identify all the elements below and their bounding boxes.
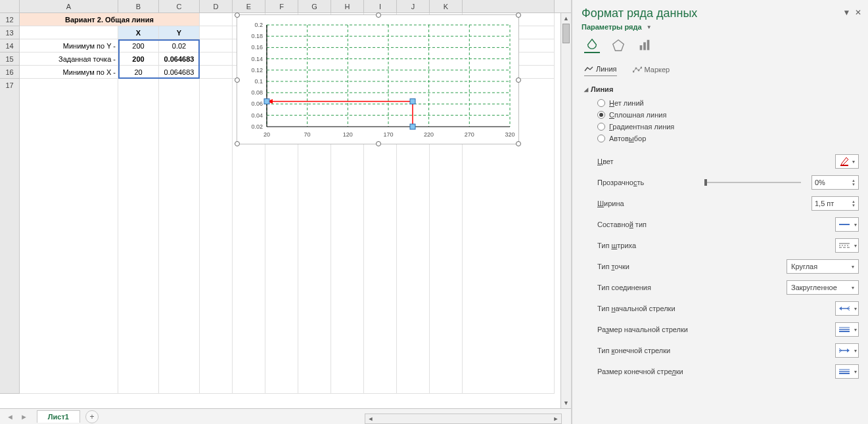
scroll-down-icon[interactable]: ▼ [561,398,571,408]
prop-join: Тип соединения Закругленное▾ [582,277,859,298]
end-arrow-type-button[interactable]: ▾ [835,343,859,358]
col-header-I[interactable]: I [364,0,397,12]
scroll-up-icon[interactable]: ▲ [561,13,571,24]
compound-type-button[interactable]: ▾ [835,217,859,232]
end-arrow-size-button[interactable]: ▾ [835,364,859,379]
next-sheet-icon[interactable]: ► [18,412,30,422]
cell[interactable] [200,79,233,394]
col-header-H[interactable]: H [331,0,364,12]
val-min-x-x[interactable]: 20 [118,66,159,79]
horizontal-scrollbar[interactable]: ◄ ► [365,413,562,424]
y-tick: 0.16 [251,44,263,51]
begin-arrow-size-button[interactable]: ▾ [835,322,859,337]
col-header-K[interactable]: K [430,0,463,12]
cell[interactable] [200,13,233,26]
transparency-value[interactable]: 0% ▲▼ [811,175,859,190]
svg-rect-20 [410,99,415,104]
series-options-icon[interactable] [637,37,652,53]
cell[interactable] [200,26,233,39]
cap-type-dropdown[interactable]: Круглая▾ [787,259,859,274]
effects-icon[interactable] [610,37,626,53]
cell[interactable] [200,39,233,53]
x-tick: 320 [505,131,514,138]
y-tick: 0.04 [251,112,263,119]
scroll-right-icon[interactable]: ► [551,415,561,422]
cell[interactable] [200,66,233,79]
scroll-left-icon[interactable]: ◄ [365,415,376,422]
chart-object[interactable]: 0.2 0.18 0.16 0.14 0.12 0.1 0.08 0.06 0.… [237,14,519,144]
y-tick: 0.2 [254,22,263,28]
svg-marker-36 [839,307,842,310]
col-header-B[interactable]: B [118,0,159,12]
header-x[interactable]: X [118,26,159,39]
sheet-tab-active[interactable]: Лист1 [37,410,80,423]
tab-line[interactable]: Линия [584,62,617,76]
col-header-F[interactable]: F [265,0,298,12]
dash-type-button[interactable]: ▾ [835,238,859,253]
task-pane-options-icon[interactable]: ▼ [842,8,850,17]
row-header-15[interactable]: 15 [0,53,20,66]
col-header-J[interactable]: J [397,0,430,12]
cell[interactable] [20,26,118,39]
row-header-17[interactable]: 17 [0,79,20,394]
format-category-icons [584,37,859,53]
val-min-y-x[interactable]: 200 [118,39,159,53]
label-point[interactable]: Заданная точка - [20,53,118,66]
prop-color: Цвет ▾ [582,151,859,172]
section-line[interactable]: Линия [584,81,859,97]
cell[interactable] [20,79,118,394]
col-header-A[interactable]: A [20,0,118,12]
val-point-x[interactable]: 200 [118,53,159,66]
radio-gradient-line[interactable]: Градиентная линия [597,121,859,133]
row-header-12[interactable]: 12 [0,13,20,26]
col-header-rest[interactable] [463,0,555,12]
val-min-y-y[interactable]: 0.02 [159,39,200,53]
select-all-corner[interactable] [0,0,20,12]
sheet-nav: ◄ ► [0,412,34,422]
add-sheet-button[interactable]: + [85,410,99,423]
label-min-x[interactable]: Минимум по X - [20,66,118,79]
x-tick: 270 [465,131,474,138]
y-tick: 0.14 [251,56,263,62]
chart-series-line[interactable] [267,102,413,127]
vertical-scrollbar[interactable]: ▲ ▼ [560,13,571,408]
cell[interactable] [118,79,159,394]
width-value[interactable]: 1,5 пт ▲▼ [811,196,859,211]
row-header-14[interactable]: 14 [0,39,20,53]
col-header-D[interactable]: D [200,0,233,12]
prev-sheet-icon[interactable]: ◄ [4,412,16,422]
transparency-slider[interactable] [704,182,801,183]
radio-solid-line[interactable]: Сплошная линия [597,109,859,121]
row-header-16[interactable]: 16 [0,66,20,79]
col-header-G[interactable]: G [298,0,331,12]
row-header-13[interactable]: 13 [0,26,20,39]
begin-arrow-type-button[interactable]: ▾ [835,301,859,316]
y-tick: 0.1 [254,78,263,85]
column-headers-row: A B C D E F G H I J K [0,0,571,13]
fill-line-icon[interactable] [584,37,600,53]
svg-marker-22 [613,40,624,51]
y-tick: 0.18 [251,33,263,39]
color-picker-button[interactable]: ▾ [835,154,859,169]
radio-auto[interactable]: Автовыбор [597,133,859,144]
header-y[interactable]: Y [159,26,200,39]
prop-compound: Составной тип ▾ [582,214,859,235]
val-min-x-y[interactable]: 0.064683 [159,66,200,79]
prop-begin-arrow-size: Размер начальной стрелки ▾ [582,319,859,340]
close-icon[interactable]: ✕ [855,8,861,17]
col-header-C[interactable]: C [159,0,200,12]
cell[interactable] [200,53,233,66]
chart-svg: 0.2 0.18 0.16 0.14 0.12 0.1 0.08 0.06 0.… [237,15,520,145]
val-point-y[interactable]: 0.064683 [159,53,200,66]
radio-no-line[interactable]: Нет линий [597,97,859,109]
cell[interactable] [159,79,200,394]
series-options-dropdown[interactable]: Параметры ряда▼ [582,23,859,31]
svg-rect-21 [264,99,269,104]
scroll-thumb[interactable] [562,24,570,43]
row-headers: 12 13 14 15 16 17 [0,13,20,394]
tab-marker[interactable]: Маркер [633,62,670,76]
label-min-y[interactable]: Минимум по Y - [20,39,118,53]
col-header-E[interactable]: E [233,0,265,12]
title-cell[interactable]: Вариант 2. Общая линия [20,13,200,26]
join-type-dropdown[interactable]: Закругленное▾ [787,280,859,295]
